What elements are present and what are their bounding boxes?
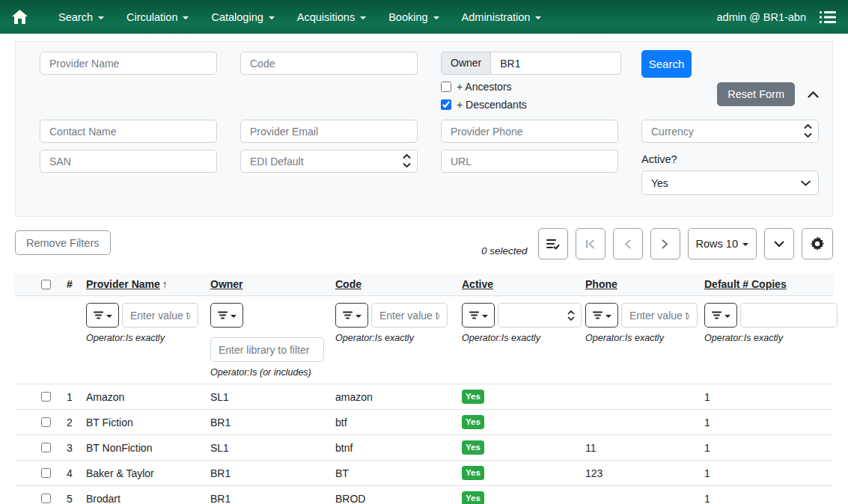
caret-down-icon	[231, 315, 237, 318]
select-all-checkbox[interactable]	[41, 280, 51, 289]
caret-down-icon	[725, 315, 730, 318]
owner-filter-library-input[interactable]	[210, 337, 324, 362]
active-filter-select[interactable]	[498, 303, 582, 328]
column-header-active[interactable]: Active	[462, 278, 585, 290]
default-copies-filter-input[interactable]	[740, 303, 838, 328]
caret-down-icon	[742, 243, 748, 246]
edi-default-combobox[interactable]	[240, 150, 418, 173]
code-filter-input[interactable]	[371, 303, 448, 328]
table-row[interactable]: 3 BT NonFiction SL1 btnf Yes 11 1	[15, 435, 833, 461]
cell-provider-name: BT Fiction	[86, 417, 210, 428]
nav-menu-booking[interactable]: Booking	[377, 0, 450, 34]
cell-code: BT	[335, 467, 462, 479]
hamburger-menu-icon[interactable]	[820, 11, 836, 23]
ancestors-label: + Ancestors	[457, 81, 512, 93]
row-checkbox[interactable]	[41, 468, 51, 478]
home-button[interactable]	[12, 10, 28, 24]
descendants-checkbox[interactable]	[441, 99, 451, 110]
code-filter-operator-button[interactable]	[335, 303, 368, 328]
provider-phone-input[interactable]	[441, 120, 618, 143]
phone-filter-operator-button[interactable]	[585, 303, 618, 328]
row-number: 2	[63, 417, 86, 428]
remove-filters-button[interactable]: Remove Filters	[15, 230, 111, 255]
table-row[interactable]: 4 Baker & Taylor BR1 BT Yes 123 1	[15, 461, 833, 486]
row-checkbox[interactable]	[41, 443, 51, 452]
prev-page-button[interactable]	[613, 228, 643, 259]
row-checkbox[interactable]	[41, 392, 51, 402]
cell-default-copies: 1	[704, 391, 833, 403]
row-checkbox[interactable]	[41, 494, 51, 503]
nav-menu-administration[interactable]: Administration	[451, 0, 553, 34]
chevron-down-icon	[183, 16, 189, 19]
rows-per-page-button[interactable]: Rows 10	[688, 228, 757, 259]
caret-down-icon	[356, 315, 362, 318]
phone-filter-input[interactable]	[621, 303, 698, 328]
code-input[interactable]	[240, 52, 418, 75]
contact-name-input[interactable]	[40, 120, 217, 143]
cell-default-copies: 1	[704, 417, 833, 428]
reset-form-button[interactable]: Reset Form	[717, 82, 795, 106]
filter-provider-name: Operator:Is exactly	[86, 303, 210, 343]
column-header-provider-name[interactable]: Provider Name↑	[86, 278, 210, 290]
nav-menu-cataloging[interactable]: Cataloging	[200, 0, 285, 34]
grid-settings-button[interactable]	[802, 228, 833, 259]
currency-combobox[interactable]	[641, 120, 819, 143]
column-header-default-copies[interactable]: Default # Copies	[704, 278, 833, 290]
operator-text: Operator:Is (or includes)	[210, 367, 335, 378]
first-page-button[interactable]	[576, 228, 606, 259]
spinner-up-down-icon[interactable]	[804, 123, 812, 138]
chevron-down-icon	[433, 16, 439, 19]
active-select[interactable]: Yes	[641, 170, 819, 195]
cell-provider-name: Baker & Taylor	[86, 467, 210, 479]
logged-in-user: admin @ BR1-abn	[717, 11, 807, 23]
descendants-check-row: + Descendants	[441, 99, 618, 111]
row-actions-button[interactable]	[538, 228, 568, 259]
table-row[interactable]: 2 BT Fiction BR1 btf Yes 1	[15, 410, 833, 435]
filter-owner: Operator:Is (or includes)	[210, 303, 335, 378]
active-filter-operator-button[interactable]	[462, 303, 495, 328]
up-down-arrows-icon	[567, 310, 575, 321]
cell-default-copies: 1	[704, 493, 833, 504]
provider-search-form: Owner + Ancestors + Descendants Search R…	[15, 41, 833, 217]
table-header-row: # Provider Name↑ Owner Code Active Phone…	[15, 273, 833, 296]
spinner-up-down-icon[interactable]	[403, 153, 411, 168]
row-checkbox[interactable]	[41, 417, 51, 427]
nav-menu-circulation[interactable]: Circulation	[115, 0, 201, 34]
column-header-owner[interactable]: Owner	[210, 278, 335, 290]
provider-name-filter-operator-button[interactable]	[86, 303, 119, 328]
home-icon	[12, 10, 28, 24]
provider-name-input[interactable]	[40, 52, 217, 75]
san-input[interactable]	[40, 150, 217, 173]
grid-toolbar: Remove Filters 0 selected	[15, 228, 833, 262]
search-button[interactable]: Search	[641, 50, 692, 78]
provider-name-filter-input[interactable]	[122, 303, 198, 328]
default-copies-filter-operator-button[interactable]	[704, 303, 737, 328]
collapse-form-chevron-up-icon[interactable]	[808, 91, 819, 98]
expand-toolbar-button[interactable]	[764, 228, 794, 259]
chevron-right-icon	[662, 239, 668, 249]
chevron-down-icon	[535, 16, 541, 19]
caret-down-icon	[482, 315, 488, 318]
column-header-phone[interactable]: Phone	[585, 278, 704, 290]
cell-code: btf	[335, 417, 462, 428]
caret-down-icon	[606, 315, 611, 318]
owner-filter-operator-button[interactable]	[210, 303, 243, 328]
chevron-down-icon	[801, 180, 811, 186]
provider-email-input[interactable]	[240, 120, 418, 143]
nav-menu-acquisitions[interactable]: Acquisitions	[286, 0, 377, 34]
owner-input[interactable]	[490, 52, 621, 75]
next-page-button[interactable]	[650, 228, 680, 259]
column-header-code[interactable]: Code	[335, 278, 462, 290]
cell-default-copies: 1	[704, 442, 833, 454]
cell-provider-name: Brodart	[86, 493, 210, 504]
url-input[interactable]	[441, 150, 618, 173]
chevron-down-icon	[774, 241, 784, 248]
table-row[interactable]: 5 Brodart BR1 BROD Yes 1	[15, 486, 833, 504]
row-number: 4	[63, 467, 86, 479]
table-row[interactable]: 1 Amazon SL1 amazon Yes 1	[15, 384, 833, 410]
nav-menu-search[interactable]: Search	[47, 0, 115, 34]
row-number: 1	[63, 391, 86, 403]
chevron-down-icon	[269, 16, 275, 19]
ancestors-checkbox[interactable]	[441, 82, 451, 92]
providers-grid: # Provider Name↑ Owner Code Active Phone…	[15, 273, 833, 504]
